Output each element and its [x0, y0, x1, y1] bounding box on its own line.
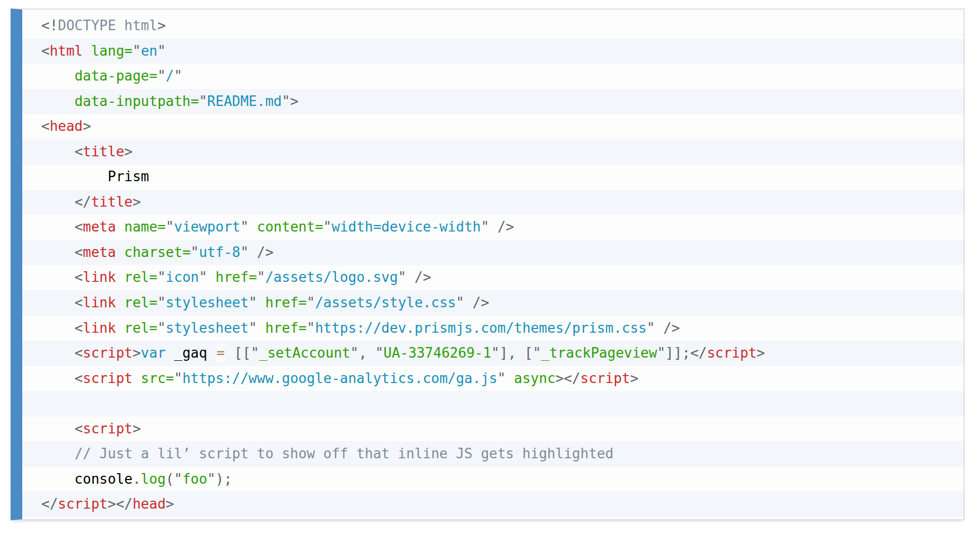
code-line: <html lang="en"	[22, 39, 964, 64]
token-punct: />	[257, 244, 273, 260]
token-plain: _gaq	[166, 345, 216, 361]
token-tag: head	[132, 496, 166, 512]
token-punct: "	[533, 345, 541, 361]
token-val: /assets/logo.svg	[265, 269, 398, 285]
code-line: Prism	[22, 164, 964, 190]
token-plain	[41, 93, 75, 109]
token-val: viewport	[174, 219, 240, 235]
token-tag: meta	[83, 244, 116, 260]
token-tag: title	[91, 194, 132, 210]
token-punct: "	[157, 43, 166, 59]
token-punct: <	[75, 244, 83, 260]
token-attr: data-page=	[75, 68, 158, 84]
token-punct: />	[497, 219, 514, 235]
token-punct: "	[323, 219, 332, 235]
token-punct: ,	[359, 345, 367, 361]
token-punct: "	[456, 295, 465, 310]
token-punct: >	[756, 345, 765, 361]
token-punct: "	[157, 68, 166, 84]
token-plain	[464, 295, 473, 310]
token-plain	[41, 446, 75, 461]
code-line: <link rel="icon" href="/assets/logo.svg"…	[22, 265, 964, 290]
token-plain	[248, 244, 257, 260]
token-punct: (	[166, 471, 174, 487]
token-plain: console	[41, 471, 132, 487]
token-plain	[655, 320, 663, 336]
token-punct: "	[307, 320, 315, 336]
token-plain	[489, 219, 497, 235]
token-punct: <	[41, 118, 50, 134]
token-punct: ></	[556, 370, 581, 386]
token-punct: "	[497, 370, 506, 386]
token-punct: "	[174, 471, 182, 487]
token-plain	[116, 320, 124, 336]
token-val: utf-8	[199, 244, 240, 260]
token-attr: lang=	[91, 43, 132, 59]
token-plain	[41, 144, 75, 159]
code-line: <script>	[22, 416, 964, 442]
token-punct: >	[108, 496, 116, 512]
code-line: <meta charset="utf-8" />	[22, 240, 964, 265]
token-doctype: DOCTYPE html	[58, 17, 157, 33]
token-plain: Prism	[41, 168, 149, 184]
code-block: <!DOCTYPE html><html lang="en" data-page…	[11, 8, 965, 520]
token-tag: script	[83, 421, 132, 437]
token-plain	[41, 194, 75, 210]
token-punct: [	[524, 345, 533, 361]
token-punct: "	[481, 219, 489, 235]
token-str: _setAccount	[259, 345, 350, 361]
token-val: width=device-width	[332, 219, 481, 235]
token-punct: <	[75, 320, 83, 336]
token-plain	[41, 295, 75, 310]
token-punct: "	[240, 219, 249, 235]
token-punct: );	[216, 471, 232, 487]
token-punct: />	[473, 295, 489, 310]
token-fn: log	[141, 471, 166, 487]
token-str: UA-33746269-1	[384, 345, 492, 361]
token-punct: >	[166, 496, 174, 512]
token-attr: rel=	[124, 269, 158, 285]
token-plain	[226, 345, 234, 361]
token-attr: href=	[216, 269, 257, 285]
code-line: data-inputpath="README.md">	[22, 89, 964, 114]
token-val: stylesheet	[166, 295, 249, 310]
token-punct: />	[414, 269, 431, 285]
token-tag: html	[50, 43, 83, 59]
token-plain	[367, 345, 376, 361]
token-punct: "	[248, 320, 257, 336]
token-tag: head	[50, 118, 83, 134]
token-punct: "	[132, 43, 141, 59]
code-line: <script>var _gaq = [["_setAccount", "UA-…	[22, 341, 964, 366]
token-plain	[41, 269, 75, 285]
token-punct: "	[157, 269, 166, 285]
token-plain	[41, 219, 75, 235]
code-line: <head>	[22, 114, 964, 139]
token-punct: ],	[500, 345, 516, 361]
token-punct: "	[657, 345, 665, 361]
token-attr: async	[514, 370, 555, 386]
token-tag: link	[83, 320, 116, 336]
token-attr: charset=	[124, 244, 191, 260]
token-val: https://www.google-analytics.com/ga.js	[182, 370, 497, 386]
token-punct: </	[41, 496, 58, 512]
token-attr: src=	[141, 370, 174, 386]
token-tag: script	[83, 345, 132, 361]
token-punct: "	[174, 370, 182, 386]
token-tag: meta	[83, 219, 116, 235]
token-plain	[116, 269, 124, 285]
token-punct: "	[251, 345, 259, 361]
token-punct: <	[75, 219, 83, 235]
token-punct: </	[75, 194, 91, 210]
token-plain	[257, 320, 265, 336]
token-punct: "	[398, 269, 406, 285]
token-attr: data-inputpath=	[75, 93, 199, 109]
token-val: README.md	[207, 93, 282, 109]
token-punct: "	[375, 345, 384, 361]
token-attr: rel=	[124, 320, 158, 336]
token-plain	[516, 345, 524, 361]
code-line: <link rel="stylesheet" href="/assets/sty…	[22, 290, 964, 316]
token-plain	[41, 68, 75, 84]
token-tag: link	[83, 269, 116, 285]
token-plain	[83, 43, 91, 59]
token-punct: >	[132, 421, 141, 437]
